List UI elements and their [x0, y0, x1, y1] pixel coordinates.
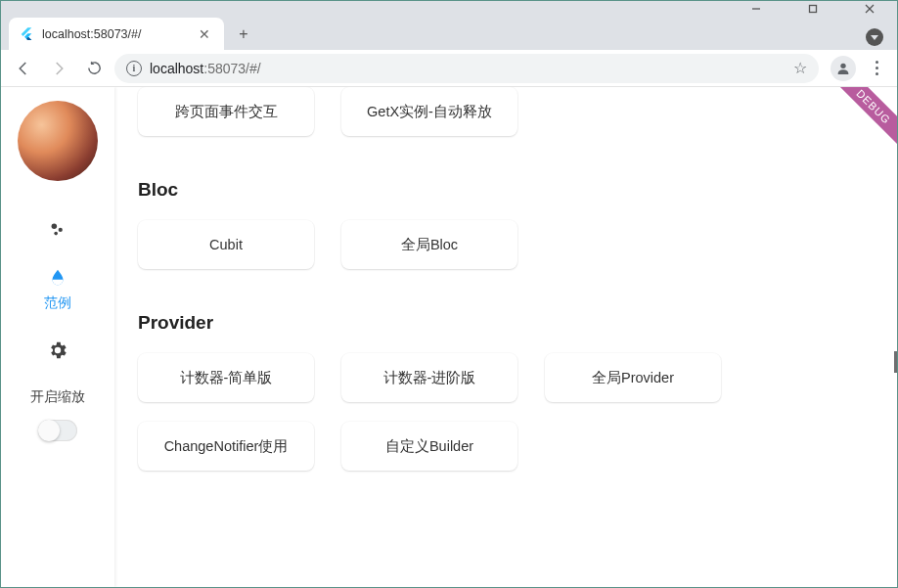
zoom-toggle-label: 开启缩放	[30, 388, 85, 406]
reload-button[interactable]	[79, 54, 109, 83]
card[interactable]: 跨页面事件交互	[138, 87, 314, 136]
tabstrip-right	[866, 28, 897, 46]
bookmark-star-icon[interactable]: ☆	[793, 59, 807, 77]
browser-tabstrip: localhost:58073/#/ ✕ +	[1, 16, 897, 50]
card[interactable]: 自定义Builder	[341, 422, 517, 471]
sidebar-item-label: 范例	[44, 294, 71, 312]
card[interactable]: 计数器-简单版	[138, 353, 314, 402]
scatter-icon	[47, 218, 68, 240]
app-viewport: 范例 开启缩放 跨页面事件交互 GetX实例-自动释放 Bloc Cubit 全…	[1, 87, 897, 587]
sidebar-item-examples[interactable]: 范例	[1, 249, 114, 330]
svg-point-5	[52, 224, 58, 230]
card[interactable]: Cubit	[138, 220, 314, 269]
sidebar-item-settings[interactable]	[1, 330, 114, 371]
window-titlebar	[1, 1, 897, 16]
extension-indicator-icon[interactable]	[866, 28, 883, 46]
card-row: 计数器-简单版 计数器-进阶版 全局Provider	[138, 353, 874, 402]
tab-title: localhost:58073/#/	[42, 27, 187, 41]
section-title-provider: Provider	[138, 312, 874, 334]
svg-point-4	[840, 63, 845, 68]
new-tab-button[interactable]: +	[230, 21, 257, 48]
card[interactable]: ChangeNotifier使用	[138, 422, 314, 471]
gear-icon	[47, 339, 68, 361]
profile-button[interactable]	[831, 56, 856, 81]
card-row-top: 跨页面事件交互 GetX实例-自动释放	[138, 87, 874, 136]
window-close-button[interactable]	[850, 1, 889, 16]
browser-toolbar: i localhost:58073/#/ ☆	[1, 50, 897, 87]
main-content: 跨页面事件交互 GetX实例-自动释放 Bloc Cubit 全局Bloc Pr…	[114, 87, 897, 587]
scrollbar-thumb[interactable]	[894, 351, 897, 373]
app-sidebar: 范例 开启缩放	[1, 87, 114, 587]
section-title-bloc: Bloc	[138, 179, 874, 201]
water-drop-icon	[47, 267, 68, 289]
address-bar[interactable]: i localhost:58073/#/ ☆	[114, 54, 819, 83]
back-button[interactable]	[9, 54, 38, 83]
card-row: Cubit 全局Bloc	[138, 220, 874, 269]
svg-point-7	[54, 232, 58, 236]
sidebar-item-scatter[interactable]	[1, 208, 114, 249]
avatar[interactable]	[18, 101, 98, 181]
site-info-icon[interactable]: i	[126, 61, 142, 76]
browser-tab-active[interactable]: localhost:58073/#/ ✕	[9, 18, 224, 50]
card[interactable]: 全局Bloc	[341, 220, 517, 269]
url-text: localhost:58073/#/	[150, 61, 261, 76]
card[interactable]: 计数器-进阶版	[341, 353, 517, 402]
browser-menu-button[interactable]	[864, 61, 889, 75]
svg-point-6	[59, 228, 63, 232]
forward-button[interactable]	[44, 54, 73, 83]
toggle-thumb	[38, 420, 60, 441]
card[interactable]: GetX实例-自动释放	[341, 87, 517, 136]
tab-close-button[interactable]: ✕	[195, 26, 214, 42]
window-minimize-button[interactable]	[737, 1, 776, 16]
zoom-toggle[interactable]	[38, 420, 77, 441]
card[interactable]: 全局Provider	[545, 353, 721, 402]
svg-rect-1	[810, 5, 817, 12]
card-row: ChangeNotifier使用 自定义Builder	[138, 422, 874, 471]
window-maximize-button[interactable]	[793, 1, 832, 16]
flutter-favicon-icon	[19, 26, 34, 42]
